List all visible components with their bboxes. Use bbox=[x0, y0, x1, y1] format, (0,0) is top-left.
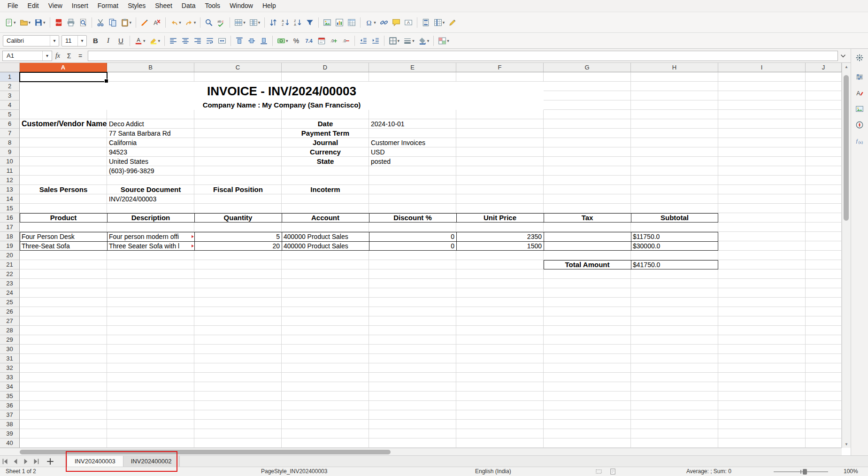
cell-A23[interactable] bbox=[20, 279, 107, 288]
cell-G40[interactable] bbox=[544, 438, 631, 448]
cell-B26[interactable] bbox=[107, 307, 194, 316]
cell-E5[interactable] bbox=[369, 110, 456, 119]
cell-J12[interactable] bbox=[806, 176, 842, 185]
menu-file[interactable]: File bbox=[3, 0, 23, 12]
cell-A6[interactable] bbox=[20, 119, 107, 129]
cell-G4[interactable] bbox=[544, 100, 631, 110]
cell-J22[interactable] bbox=[806, 269, 842, 279]
row-header-6[interactable]: 6 bbox=[0, 119, 20, 129]
cell-I19[interactable] bbox=[718, 241, 806, 251]
cell-F40[interactable] bbox=[456, 438, 544, 448]
cell-F7[interactable] bbox=[456, 129, 544, 138]
sidebar-gallery-button[interactable] bbox=[853, 102, 866, 115]
cell-C39[interactable] bbox=[194, 429, 282, 438]
row-header-29[interactable]: 29 bbox=[0, 335, 20, 345]
row-header-25[interactable]: 25 bbox=[0, 298, 20, 307]
cell-A17[interactable] bbox=[20, 223, 107, 232]
cell-F29[interactable] bbox=[456, 335, 544, 345]
last-sheet-button[interactable] bbox=[31, 456, 41, 467]
cell-H13[interactable] bbox=[631, 185, 718, 194]
cell-A28[interactable] bbox=[20, 326, 107, 335]
cell-C8[interactable] bbox=[194, 138, 282, 147]
cell-C10[interactable] bbox=[194, 157, 282, 166]
cell-E27[interactable] bbox=[369, 316, 456, 326]
cell-D11[interactable] bbox=[282, 166, 369, 176]
background-color-button[interactable]: ▾ bbox=[417, 34, 431, 48]
borders-dropdown-arrow[interactable]: ▾ bbox=[398, 38, 400, 43]
cell-G20[interactable] bbox=[544, 251, 631, 260]
cell-J13[interactable] bbox=[806, 185, 842, 194]
insert-chart-button[interactable] bbox=[334, 15, 345, 30]
cell-G1[interactable] bbox=[544, 72, 631, 82]
format-number-button[interactable]: 7.4 bbox=[303, 34, 315, 48]
cell-C35[interactable] bbox=[194, 392, 282, 401]
cell-A32[interactable] bbox=[20, 363, 107, 373]
cell-J17[interactable] bbox=[806, 223, 842, 232]
row-header-8[interactable]: 8 bbox=[0, 138, 20, 147]
cell-D22[interactable] bbox=[282, 269, 369, 279]
cell-C31[interactable] bbox=[194, 354, 282, 363]
cell-D5[interactable] bbox=[282, 110, 369, 119]
cell-G14[interactable] bbox=[544, 194, 631, 204]
cell-F21[interactable] bbox=[456, 260, 544, 269]
export-pdf-button[interactable]: PDF bbox=[53, 15, 64, 30]
cell-B6[interactable] bbox=[107, 119, 194, 129]
row-header-19[interactable]: 19 bbox=[0, 241, 20, 251]
cell-I10[interactable] bbox=[718, 157, 806, 166]
row-header-24[interactable]: 24 bbox=[0, 288, 20, 298]
cell-C13[interactable] bbox=[194, 185, 282, 194]
cell-B14[interactable] bbox=[107, 194, 194, 204]
align-left-button[interactable] bbox=[168, 34, 179, 48]
page-style-status[interactable]: PageStyle_INV202400003 bbox=[261, 467, 327, 476]
cell-B13[interactable] bbox=[107, 185, 194, 194]
row-header-23[interactable]: 23 bbox=[0, 279, 20, 288]
row-header-14[interactable]: 14 bbox=[0, 194, 20, 204]
cell-F12[interactable] bbox=[456, 176, 544, 185]
cell-D13[interactable] bbox=[282, 185, 369, 194]
cell-E40[interactable] bbox=[369, 438, 456, 448]
cell-C34[interactable] bbox=[194, 382, 282, 392]
insert-row-button[interactable]: ▾ bbox=[233, 15, 247, 30]
cell-J21[interactable] bbox=[806, 260, 842, 269]
menu-edit[interactable]: Edit bbox=[23, 0, 44, 12]
cell-D16[interactable] bbox=[282, 213, 369, 223]
cell-H31[interactable] bbox=[631, 354, 718, 363]
cell-E38[interactable] bbox=[369, 420, 456, 429]
fill-handle[interactable] bbox=[104, 79, 108, 83]
cell-G29[interactable] bbox=[544, 335, 631, 345]
language-status[interactable]: English (India) bbox=[475, 467, 511, 476]
cell-I15[interactable] bbox=[718, 204, 806, 213]
cell-F36[interactable] bbox=[456, 401, 544, 410]
row-header-11[interactable]: 11 bbox=[0, 166, 20, 176]
cell-G9[interactable] bbox=[544, 147, 631, 157]
cell-E31[interactable] bbox=[369, 354, 456, 363]
cell-F8[interactable] bbox=[456, 138, 544, 147]
cell-F16[interactable] bbox=[456, 213, 544, 223]
cell-C9[interactable] bbox=[194, 147, 282, 157]
menu-view[interactable]: View bbox=[44, 0, 67, 12]
cell-A31[interactable] bbox=[20, 354, 107, 363]
cell-G18[interactable] bbox=[544, 232, 631, 241]
cell-H9[interactable] bbox=[631, 147, 718, 157]
cell-I28[interactable] bbox=[718, 326, 806, 335]
cell-H25[interactable] bbox=[631, 298, 718, 307]
cell-B17[interactable] bbox=[107, 223, 194, 232]
scroll-down-arrow[interactable]: ▼ bbox=[842, 440, 851, 448]
col-header-C[interactable]: C bbox=[194, 63, 282, 72]
cell-D4[interactable] bbox=[282, 100, 369, 110]
cell-C29[interactable] bbox=[194, 335, 282, 345]
cell-J36[interactable] bbox=[806, 401, 842, 410]
cell-J23[interactable] bbox=[806, 279, 842, 288]
cell-B35[interactable] bbox=[107, 392, 194, 401]
cell-H20[interactable] bbox=[631, 251, 718, 260]
cell-D1[interactable] bbox=[282, 72, 369, 82]
cell-C24[interactable] bbox=[194, 288, 282, 298]
underline-button[interactable]: U bbox=[115, 34, 127, 48]
cell-C37[interactable] bbox=[194, 410, 282, 420]
cell-G7[interactable] bbox=[544, 129, 631, 138]
cell-C11[interactable] bbox=[194, 166, 282, 176]
cell-E32[interactable] bbox=[369, 363, 456, 373]
save-button[interactable]: ▾ bbox=[33, 15, 47, 30]
cell-F15[interactable] bbox=[456, 204, 544, 213]
sidebar-functions-button[interactable]: f(x) bbox=[853, 134, 866, 147]
